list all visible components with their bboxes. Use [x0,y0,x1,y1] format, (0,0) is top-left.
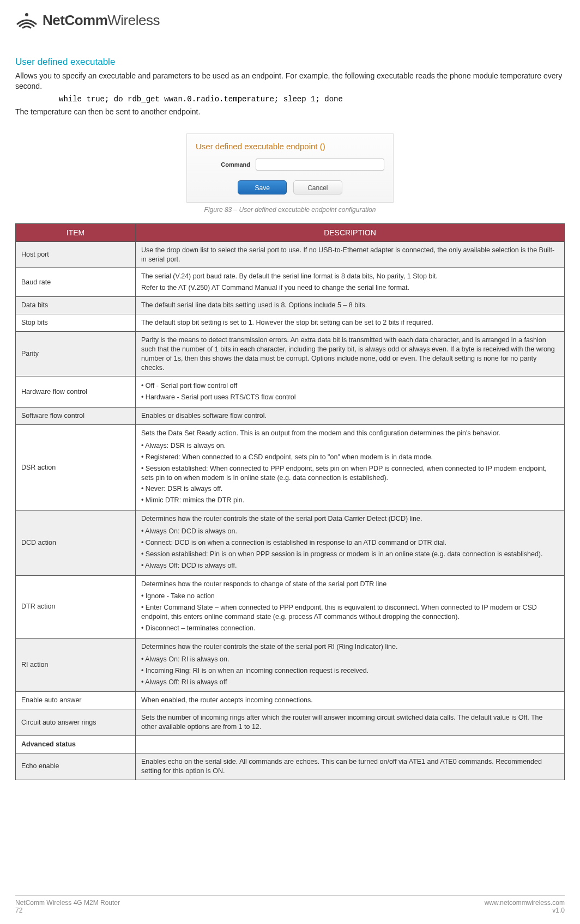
page-footer: NetComm Wireless 4G M2M Router 72 www.ne… [15,895,565,914]
table-row: DCD action Determines how the router con… [16,510,565,575]
table-row: Circuit auto answer ringsSets the number… [16,709,565,736]
svg-point-0 [25,13,28,16]
table-row: RI action Determines how the router cont… [16,638,565,692]
table-row: DSR action Sets the Data Set Ready actio… [16,425,565,510]
command-label: Command [196,161,256,168]
intro-paragraph-1: Allows you to specify an executable and … [15,71,565,92]
footer-version: v1.0 [485,907,565,914]
table-row: Advanced status [16,736,565,753]
logo-text: NetCommWireless [43,12,160,29]
intro-paragraph-2: The temperature can then be sent to anot… [15,107,565,117]
col-header-item: ITEM [16,223,136,241]
table-row: Host portUse the drop down list to selec… [16,241,565,268]
footer-product: NetComm Wireless 4G M2M Router [15,899,120,907]
logo-icon [15,11,38,29]
table-row: Enable auto answerWhen enabled, the rout… [16,692,565,709]
table-row: DTR action Determines how the router res… [16,575,565,638]
figure-caption: Figure 83 – User defined executable endp… [15,206,565,214]
brand-logo: NetCommWireless [15,11,565,29]
table-row: Hardware flow controlOff - Serial port f… [16,376,565,408]
table-row: Echo enableEnables echo on the serial si… [16,753,565,780]
col-header-description: DESCRIPTION [136,223,565,241]
table-row: Software flow controlEnables or disables… [16,408,565,425]
table-row: Data bitsThe default serial line data bi… [16,297,565,314]
command-input[interactable] [256,159,384,171]
table-row: Baud rateThe serial (V.24) port baud rat… [16,268,565,297]
figure-container: User defined executable endpoint () Comm… [15,133,565,214]
cancel-button[interactable]: Cancel [293,180,342,194]
parameters-table: ITEM DESCRIPTION Host portUse the drop d… [15,223,565,780]
dialog-title: User defined executable endpoint () [187,139,393,156]
table-row: ParityParity is the means to detect tran… [16,331,565,376]
code-sample: while true; do rdb_get wwan.0.radio.temp… [59,95,565,104]
section-heading: User defined executable [15,57,565,68]
table-row: Stop bitsThe default stop bit setting is… [16,314,565,332]
footer-url: www.netcommwireless.com [485,899,565,907]
save-button[interactable]: Save [238,180,287,194]
footer-page-number: 72 [15,907,120,914]
endpoint-dialog: User defined executable endpoint () Comm… [186,133,394,203]
